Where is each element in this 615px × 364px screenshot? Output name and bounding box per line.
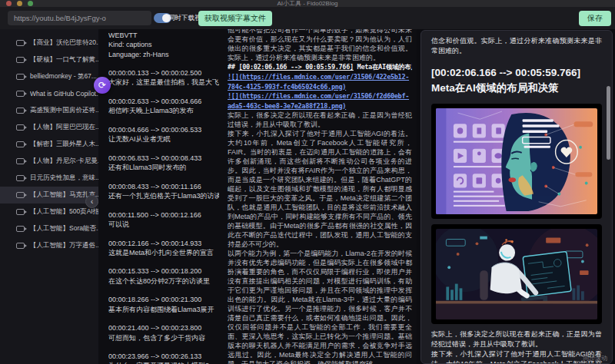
video-url-input[interactable] bbox=[8, 11, 151, 25]
subtitle-line: 00:00:23.966 --> 00:00:26.133 bbox=[108, 352, 219, 361]
subtitle-line bbox=[108, 314, 219, 323]
sidebar-item[interactable]: 【人工智能】万字通俗... bbox=[0, 237, 98, 254]
subtitle-line bbox=[108, 88, 219, 97]
subtitle-line bbox=[108, 229, 219, 238]
subtitle-line: 为什么一定要开源最强的大模型? bbox=[108, 361, 219, 364]
sidebar-item[interactable]: 【解密】三眼外星人木... bbox=[0, 136, 98, 153]
subtitle-line: Kind: captions bbox=[108, 40, 219, 49]
video-camera-icon bbox=[16, 124, 25, 131]
subtitle-line: 还有一个扎克伯格关于Llama3的访谈视频 bbox=[108, 191, 219, 200]
sidebar-item-label: 【解密】三眼外星人木... bbox=[30, 140, 98, 149]
video-list-sidebar[interactable]: 【商业】沃伦巴菲特20... 【硬核】一口气了解黄... belliedmonk… bbox=[0, 29, 98, 364]
subtitle-line: 00:00:12.166 --> 00:00:14.933 bbox=[108, 239, 219, 248]
subtitle-line: 00:00:08.433 --> 00:00:11.166 bbox=[108, 182, 219, 191]
subtitle-line bbox=[108, 342, 219, 352]
sidebar-item[interactable]: 【商业】沃伦巴菲特20... bbox=[0, 35, 98, 51]
woman-profile-ai-illustration bbox=[436, 108, 597, 214]
sidebar-item-label: 【人物】丹尼尔·卡尼曼... bbox=[30, 157, 98, 166]
sidebar-item-label: 高盛预测中国房价还将... bbox=[30, 106, 98, 115]
subtitle-line bbox=[108, 257, 219, 266]
video-camera-icon bbox=[16, 74, 25, 80]
subtitle-line: 让无数AI从业者无眠 bbox=[108, 134, 219, 144]
subtitle-line: 00:00:04.666 --> 00:00:06.533 bbox=[108, 125, 219, 134]
preview-paragraph: 实际上，很多决定之所以现在看起来正确，正是因为曾经犯过错误，并且从中吸取了教训。 bbox=[431, 329, 602, 349]
markdown-source-pane[interactable]: 他可能不会把公司看作一个简单的数字，如果觉得公司未来会更有价值，那么现在又为什么… bbox=[225, 29, 417, 364]
subtitle-line bbox=[108, 144, 219, 154]
subtitle-line: 大家好，这里是最佳拍档，我是大飞 bbox=[108, 78, 219, 87]
video-camera-icon bbox=[16, 141, 25, 147]
markdown-paragraph: 接下来，小扎深入探讨了他对于通用人工智能AGI的看法。大约10年前，Meta创立… bbox=[228, 129, 412, 249]
markdown-paragraph: 以两个能力为例，第一个是编码能力，Llama-2在开发的时候并没有优先考虑编码功… bbox=[228, 249, 412, 364]
sidebar-item[interactable]: 【人工智能】500页AI指... bbox=[0, 204, 98, 220]
subtitle-line: 00:00:15.333 --> 00:00:18.200 bbox=[108, 266, 219, 276]
subtitle-line: 00:00:06.833 --> 00:00:08.433 bbox=[108, 154, 219, 163]
video-camera-icon bbox=[16, 158, 25, 164]
content-area: 【商业】沃伦巴菲特20... 【硬核】一口气了解黄... belliedmonk… bbox=[0, 29, 615, 364]
sidebar-item-label: 【商业】沃伦巴菲特20... bbox=[30, 38, 98, 48]
robot-at-computer-illustration bbox=[436, 229, 597, 319]
video-camera-icon bbox=[16, 243, 25, 249]
save-button[interactable]: 保存 bbox=[579, 11, 611, 26]
subtitle-line bbox=[108, 200, 219, 210]
subtitle-line bbox=[108, 172, 219, 181]
sidebar-item[interactable]: 【人工智能】Sora能否... bbox=[0, 220, 98, 237]
markdown-paragraph: 实际上，很多决定之所以现在看起来正确，正是因为曾经犯过错误，并且从中吸取了教训。 bbox=[228, 111, 412, 129]
preview-image-robot bbox=[431, 224, 602, 324]
sidebar-item[interactable]: 日元历史性加息，意味... bbox=[0, 170, 98, 187]
toolbar: 同时下载视频 获取视频字幕文件 保存 bbox=[0, 7, 615, 29]
subtitle-line: 00:00:21.400 --> 00:00:23.800 bbox=[108, 323, 219, 333]
sidebar-item-label: 【人工智能】万字通俗... bbox=[30, 241, 98, 250]
subtitle-line bbox=[108, 286, 219, 295]
subtitle-line: 相信昨天晚上Llama3的发布 bbox=[108, 106, 219, 115]
video-camera-icon bbox=[16, 57, 25, 63]
subtitle-line: 00:00:00.133 --> 00:00:02.500 bbox=[108, 68, 219, 78]
subtitle-text-pane[interactable]: WEBVTTKind: captionsLanguage: zh-Hans00:… bbox=[98, 29, 225, 364]
video-camera-icon bbox=[16, 209, 25, 215]
subtitle-line: 00:00:02.633 --> 00:00:04.666 bbox=[108, 97, 219, 106]
subtitle-line: Language: zh-Hans bbox=[108, 50, 219, 59]
video-camera-icon bbox=[16, 40, 25, 46]
subtitle-line: 在这个长达80分钟2万字的访谈里 bbox=[108, 276, 219, 286]
preview-image-woman-profile bbox=[431, 104, 602, 219]
video-camera-icon bbox=[16, 108, 25, 114]
markdown-heading: ## [00:02:06.166 --> 00:05:59.766] Meta在… bbox=[228, 62, 412, 72]
window-title: AI小工具 - Fido02Blog bbox=[0, 0, 615, 7]
subtitle-line: 00:00:18.266 --> 00:00:21.300 bbox=[108, 295, 219, 304]
markdown-preview-pane[interactable]: 信念和价值观。实际上，通过分析来准确预测未来是非常困难的。 [00:02:06.… bbox=[421, 30, 613, 364]
preview-paragraph: 信念和价值观。实际上，通过分析来准确预测未来是非常困难的。 bbox=[431, 36, 602, 56]
video-camera-icon bbox=[16, 175, 25, 181]
sidebar-item[interactable]: 【硬核】一口气了解黄... bbox=[0, 51, 98, 68]
sidebar-item-label: 【人物】阿里巴巴现在... bbox=[30, 123, 98, 132]
preview-paragraph: 接下来，小扎深入探讨了他对于通用人工智能AGI的看法。大约10年前，Meta创立… bbox=[431, 349, 602, 364]
app-window: AI小工具 - Fido02Blog 同时下载视频 获取视频字幕文件 保存 【商… bbox=[0, 0, 615, 364]
sidebar-item[interactable]: What is GitHub Copilot... bbox=[0, 85, 98, 102]
sidebar-item[interactable]: 高盛预测中国房价还将... bbox=[0, 102, 98, 119]
refresh-floating-button[interactable]: ⟳ bbox=[94, 77, 111, 94]
sidebar-item[interactable]: belliedmonkey - 第67... bbox=[0, 68, 98, 85]
sidebar-collapse-button[interactable]: ‹ bbox=[85, 195, 98, 208]
subtitle-line bbox=[108, 116, 219, 125]
sidebar-item[interactable]: 【人工智能】马克扎克... bbox=[0, 187, 98, 204]
sidebar-item-label: 【人工智能】500页AI指... bbox=[30, 207, 98, 217]
sidebar-item-label: 【硬核】一口气了解黄... bbox=[30, 55, 98, 65]
subtitle-line: 可想而知，包含了多少干货内容 bbox=[108, 333, 219, 342]
sidebar-item[interactable]: 【人物】阿里巴巴现在... bbox=[0, 119, 98, 136]
extract-subtitles-button[interactable]: 获取视频字幕文件 bbox=[198, 11, 272, 26]
subtitle-line: 可以说 bbox=[108, 220, 219, 229]
video-camera-icon bbox=[16, 226, 25, 232]
window-titlebar: AI小工具 - Fido02Blog bbox=[0, 0, 615, 7]
sync-scroll-button[interactable]: 同步滚动 bbox=[583, 354, 607, 362]
markdown-paragraph: 他可能不会把公司看作一个简单的数字，如果觉得公司未来会更有价值，那么现在又为什么… bbox=[228, 29, 412, 62]
subtitle-line bbox=[108, 59, 219, 68]
heading-prefix: ## bbox=[228, 63, 238, 71]
subtitle-line: 00:00:11.500 --> 00:00:12.166 bbox=[108, 210, 219, 220]
image-markdown-link[interactable]: ![](https://files.mdnice.com/user/31506/… bbox=[228, 91, 412, 111]
preview-section-heading: [00:02:06.166 --> 00:05:59.766] Meta在AI领… bbox=[431, 65, 602, 96]
sidebar-item-label: 【人工智能】Sora能否... bbox=[30, 224, 98, 233]
subtitle-line: 这就是Meta和小扎向全世界的宣言 bbox=[108, 248, 219, 257]
image-markdown-link[interactable]: ![](https://files.mdnice.com/user/31506/… bbox=[228, 72, 412, 91]
sidebar-item[interactable]: 【人物】丹尼尔·卡尼曼... bbox=[0, 153, 98, 170]
preview-scrollbar[interactable] bbox=[607, 86, 610, 160]
sidebar-item-label: belliedmonkey - 第67... bbox=[30, 72, 97, 81]
subtitle-line: WEBVTT bbox=[108, 31, 219, 40]
